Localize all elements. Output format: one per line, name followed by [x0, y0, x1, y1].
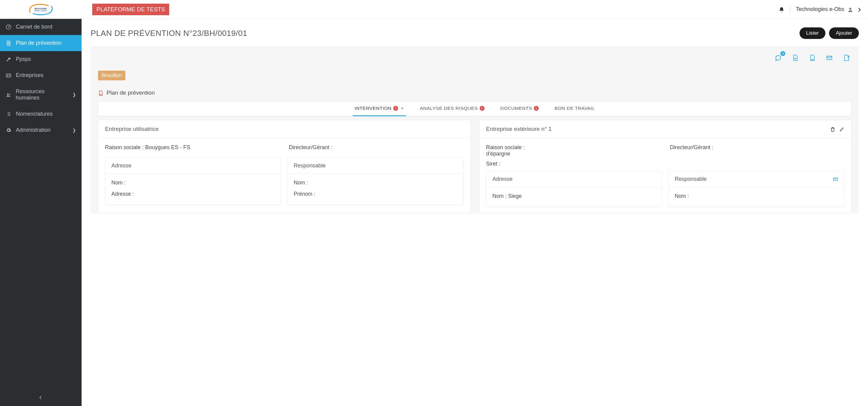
field-siret: Siret : [486, 161, 844, 167]
tab-documents[interactable]: DOCUMENTS i [498, 101, 540, 116]
field-adresse: Adresse : [112, 191, 275, 197]
page-actions: Lister Ajouter [800, 27, 859, 39]
label: Nom : [492, 193, 507, 199]
card-body: Raison sociale : Bouygues ES - FS Direct… [98, 138, 470, 211]
sidebar-item-label: Ressources humaines [16, 88, 68, 101]
edit-icon[interactable] [839, 126, 844, 132]
svg-point-7 [7, 93, 8, 95]
panel: 0 PDF Brouillon PDF [91, 46, 859, 213]
add-button[interactable]: Ajouter [829, 27, 859, 39]
chevron-right-icon: ❯ [72, 128, 76, 133]
page-head: PLAN DE PRÉVENTION N°23/BH/0019/01 Liste… [91, 27, 859, 39]
subcard-title: Adresse [492, 176, 513, 182]
card-title: Entreprise utilisatrice [105, 126, 159, 132]
tab-label: ANALYSE DES RISQUES [420, 105, 478, 111]
sign-icon[interactable] [843, 54, 850, 61]
sidebar-item-entreprises[interactable]: Entreprises [0, 67, 82, 84]
chevron-right-icon[interactable] [857, 6, 862, 13]
card-head: Entreprise utilisatrice [98, 120, 470, 138]
logo[interactable]: BOUYGUES ENERGIES & SERVICES [27, 3, 55, 15]
field-directeur: Directeur/Gérant : [670, 144, 844, 151]
envelope-icon[interactable] [826, 54, 833, 61]
user-label: Technologies e-Obs [796, 6, 844, 12]
document-icon [5, 40, 11, 46]
subcard-title: Responsable [294, 162, 326, 169]
bouygues-logo-icon: BOUYGUES ENERGIES & SERVICES [27, 3, 55, 15]
svg-text:BOUYGUES: BOUYGUES [35, 8, 47, 10]
envelope-icon[interactable] [833, 176, 838, 182]
info-icon: i [393, 106, 398, 111]
subcard-adresse: Adresse Nom : Siege [486, 171, 662, 207]
tab-intervention[interactable]: INTERVENTION i ▼ [353, 101, 406, 116]
sidebar-item-label: Plan de prévention [16, 40, 61, 46]
label: Directeur/Gérant : [670, 144, 713, 150]
sidebar-item-label: Administration [16, 127, 51, 133]
card-body: Raison sociale : d'épargne Directeur/Gér… [479, 138, 851, 213]
sidebar-item-label: Entreprises [16, 72, 43, 79]
comments-icon[interactable]: 0 [774, 54, 781, 61]
id-card-icon [5, 72, 11, 79]
tab-bon-de-travail[interactable]: BON DE TRAVAIL [553, 101, 597, 116]
card-title: Entreprise extérieure n° 1 [486, 126, 552, 132]
svg-text:PDF: PDF [811, 59, 814, 61]
tab-analyse-des-risques[interactable]: ANALYSE DES RISQUES i [418, 101, 486, 116]
value: Siege [508, 193, 522, 199]
delete-icon[interactable] [830, 126, 835, 132]
svg-text:ENERGIES & SERVICES: ENERGIES & SERVICES [34, 10, 48, 11]
svg-text:PDF: PDF [99, 94, 102, 96]
file-share-icon[interactable] [792, 54, 799, 61]
file-pdf-icon[interactable]: PDF [809, 54, 816, 61]
user-icon[interactable] [847, 6, 854, 13]
field-directeur: Directeur/Gérant : [289, 144, 464, 151]
sidebar-item-carnet-de-bord[interactable]: Carnet de bord [0, 19, 82, 35]
subcard-responsable: Responsable Nom : Prénom : [287, 157, 464, 205]
sidebar-item-label: Ppsps [16, 56, 31, 62]
topbar-right: Technologies e-Obs [778, 6, 862, 13]
info-icon: i [479, 106, 485, 111]
caret-down-icon: ▼ [401, 106, 404, 110]
section-title: Plan de prévention [106, 90, 155, 96]
card-entreprise-utilisatrice: Entreprise utilisatrice Raison sociale :… [98, 120, 470, 213]
pdf-file-icon: PDF [98, 90, 103, 96]
field-nom: Nom : [112, 180, 275, 186]
list-icon [5, 111, 11, 117]
gear-icon [5, 127, 11, 133]
sidebar-item-administration[interactable]: Administration ❯ [0, 122, 82, 138]
field-raison-sociale: Raison sociale : d'épargne [486, 144, 661, 157]
sidebar: Carnet de bord Plan de prévention Ppsps … [0, 19, 82, 406]
bell-icon[interactable] [778, 6, 785, 13]
sidebar-item-ppsps[interactable]: Ppsps [0, 51, 82, 67]
card-head: Entreprise extérieure n° 1 [479, 120, 851, 138]
info-icon: i [534, 106, 539, 111]
subcard-head: Responsable [288, 158, 463, 174]
svg-point-8 [9, 93, 10, 95]
label: Raison sociale : [105, 144, 144, 150]
sidebar-item-plan-de-prevention[interactable]: Plan de prévention [0, 35, 82, 51]
sidebar-collapse-button[interactable] [0, 392, 82, 403]
value: d'épargne [486, 151, 510, 157]
svg-point-6 [7, 75, 8, 76]
value: Bouygues ES - FS [145, 144, 190, 150]
cards-row: Entreprise utilisatrice Raison sociale :… [98, 120, 851, 213]
card-entreprise-exterieure: Entreprise extérieure n° 1 [479, 120, 851, 213]
sidebar-item-ressources-humaines[interactable]: Ressources humaines ❯ [0, 84, 82, 106]
svg-point-4 [8, 27, 9, 28]
separator [790, 6, 790, 12]
environment-badge: PLATEFORME DE TESTS [92, 4, 169, 15]
list-button[interactable]: Lister [800, 27, 826, 39]
label: Directeur/Gérant : [289, 144, 332, 150]
label: Raison sociale : [486, 144, 525, 150]
field-nom: Nom : [675, 193, 838, 199]
chevron-right-icon: ❯ [72, 92, 76, 97]
subcard-responsable: Responsable Nom : [668, 171, 844, 207]
topbar: BOUYGUES ENERGIES & SERVICES PLATEFORME … [0, 0, 868, 19]
sidebar-item-nomenclatures[interactable]: Nomenclatures [0, 106, 82, 122]
subcard-title: Responsable [675, 176, 707, 182]
tab-label: BON DE TRAVAIL [555, 105, 595, 111]
subcard-head: Adresse [105, 158, 281, 174]
field-raison-sociale: Raison sociale : Bouygues ES - FS [105, 144, 280, 151]
svg-point-2 [849, 8, 851, 10]
sidebar-item-label: Nomenclatures [16, 111, 53, 117]
subcard-head: Adresse [486, 171, 662, 187]
logo-zone: BOUYGUES ENERGIES & SERVICES [0, 3, 82, 15]
